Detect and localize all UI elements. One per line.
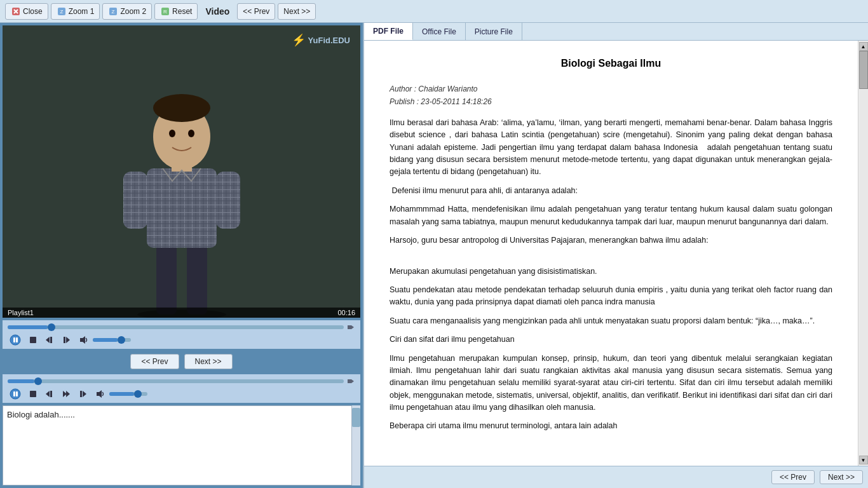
secondary-controls-row — [8, 388, 355, 400]
pdf-author: Author : Chaidar Warianto — [390, 83, 832, 95]
pdf-bottom-nav: << Prev Next >> — [364, 466, 868, 488]
controls-row — [8, 334, 355, 346]
svg-rect-17 — [147, 168, 217, 248]
stop-button[interactable] — [27, 335, 39, 345]
zoom1-label: Zoom 1 — [69, 7, 95, 16]
svg-rect-38 — [16, 391, 18, 396]
tab-pdf[interactable]: PDF File — [364, 23, 413, 40]
svg-rect-39 — [30, 391, 36, 397]
secondary-progress-thumb — [34, 377, 42, 385]
tab-office-label: Office File — [422, 27, 456, 36]
toolbar-next-label: Next >> — [283, 7, 310, 16]
toolbar-next-button[interactable]: Next >> — [278, 3, 316, 20]
svg-rect-19 — [216, 172, 240, 229]
svg-marker-46 — [97, 390, 102, 398]
pdf-para-1: Ilmu berasal dari bahasa Arab: ‘alima, y… — [390, 117, 832, 179]
prev-nav-button[interactable]: << Prev — [130, 354, 179, 369]
fast-forward-button[interactable] — [60, 335, 72, 345]
pdf-next-button[interactable]: Next >> — [820, 470, 863, 484]
next-nav-button[interactable]: Next >> — [184, 354, 233, 369]
rewind-button[interactable] — [43, 335, 56, 345]
secondary-volume-thumb — [134, 390, 142, 398]
volume-end-icon — [346, 323, 355, 332]
scroll-down-arrow[interactable]: ▼ — [859, 456, 868, 464]
svg-rect-33 — [64, 337, 65, 343]
secondary-stop-button[interactable] — [27, 389, 39, 399]
toolbar-prev-button[interactable]: << Prev — [237, 3, 275, 20]
toolbar-prev-label: << Prev — [243, 7, 269, 16]
notes-scrollbar[interactable] — [351, 405, 360, 485]
svg-marker-34 — [80, 336, 85, 344]
zoom1-button[interactable]: Z Zoom 1 — [51, 3, 100, 20]
pdf-para-3: Mohammmmad Hatta, mendefenisikan ilmu ad… — [390, 203, 832, 228]
svg-text:R: R — [163, 9, 167, 15]
reset-icon: R — [160, 6, 170, 17]
notes-container: Biologi adalah....... — [3, 405, 360, 485]
secondary-play-icon — [10, 388, 21, 400]
secondary-play-button[interactable] — [8, 388, 23, 400]
progress-fill — [8, 325, 48, 329]
secondary-skip-button[interactable] — [60, 389, 72, 399]
tab-picture-label: Picture File — [475, 27, 513, 36]
watermark: ⚡ YuFid.EDU — [292, 33, 350, 47]
stop-icon — [29, 336, 37, 344]
volume-fill — [93, 338, 118, 342]
reset-button[interactable]: R Reset — [154, 3, 198, 20]
svg-marker-40 — [46, 391, 50, 397]
pdf-content[interactable]: Biologi Sebagai Ilmu Author : Chaidar Wa… — [364, 41, 858, 466]
right-tabs: PDF File Office File Picture File — [364, 23, 868, 41]
watermark-logo-icon: ⚡ — [292, 33, 306, 47]
notes-area[interactable]: Biologi adalah....... — [3, 405, 360, 485]
secondary-stop-icon — [29, 390, 37, 398]
secondary-rewind-button[interactable] — [43, 389, 56, 399]
close-button[interactable]: Close — [5, 3, 48, 20]
svg-text:Z: Z — [60, 9, 63, 15]
svg-rect-37 — [13, 391, 15, 396]
nav-buttons: << Prev Next >> — [3, 351, 360, 372]
pdf-para-4: Harsojo, guru besar antropolog di Univer… — [390, 234, 832, 247]
right-content-row: Biologi Sebagai Ilmu Author : Chaidar Wa… — [364, 41, 868, 466]
pdf-para-5: Merupakan akumulasi pengetahuan yang dis… — [390, 253, 832, 278]
prev-nav-label: << Prev — [141, 357, 168, 366]
close-icon — [11, 6, 21, 17]
secondary-progress-bar[interactable] — [8, 379, 344, 383]
progress-bar[interactable] — [8, 325, 344, 329]
pdf-publish: Publish : 23-05-2011 14:18:26 — [390, 96, 832, 108]
volume-thumb — [118, 336, 125, 344]
svg-rect-41 — [50, 391, 52, 397]
main-layout: ⚡ YuFid.EDU Playlist1 00:16 — [0, 23, 868, 488]
playlist-bar: Playlist1 00:16 — [3, 308, 360, 318]
secondary-progress-container — [8, 377, 355, 386]
toolbar-title: Video — [205, 6, 229, 17]
tab-office[interactable]: Office File — [413, 23, 466, 40]
pdf-meta: Author : Chaidar Warianto Publish : 23-0… — [390, 83, 832, 108]
secondary-ff-button[interactable] — [76, 389, 89, 399]
pdf-prev-button[interactable]: << Prev — [771, 470, 815, 484]
svg-marker-44 — [83, 391, 86, 397]
right-panel: PDF File Office File Picture File Biolog… — [363, 23, 868, 488]
svg-rect-29 — [30, 337, 36, 343]
svg-rect-45 — [80, 391, 82, 397]
person-figure — [93, 44, 271, 318]
scroll-up-arrow[interactable]: ▲ — [859, 42, 868, 51]
pdf-para-7: Suatu cara menganaalisis yang mengizinka… — [390, 315, 832, 327]
video-timestamp: 00:16 — [337, 309, 355, 316]
tab-pdf-label: PDF File — [373, 27, 403, 36]
svg-point-24 — [188, 130, 194, 137]
tab-picture[interactable]: Picture File — [466, 23, 522, 40]
svg-text:Z: Z — [112, 9, 115, 15]
volume-slider[interactable] — [93, 338, 131, 342]
zoom2-button[interactable]: Z Zoom 2 — [102, 3, 152, 20]
svg-marker-25 — [348, 325, 354, 329]
secondary-volume-slider[interactable] — [109, 392, 147, 396]
play-pause-icon — [10, 334, 21, 346]
pdf-para-2: Defenisi ilmu menurut para ahli, di anta… — [390, 185, 832, 197]
fast-forward-icon — [62, 336, 71, 344]
secondary-volume-icon — [95, 389, 105, 399]
scroll-track[interactable] — [859, 51, 868, 456]
pdf-next-label: Next >> — [828, 473, 855, 482]
play-pause-button[interactable] — [8, 334, 23, 346]
close-label: Close — [23, 7, 43, 16]
pdf-scrollbar: ▲ ▼ — [858, 41, 868, 466]
svg-marker-30 — [46, 337, 50, 343]
